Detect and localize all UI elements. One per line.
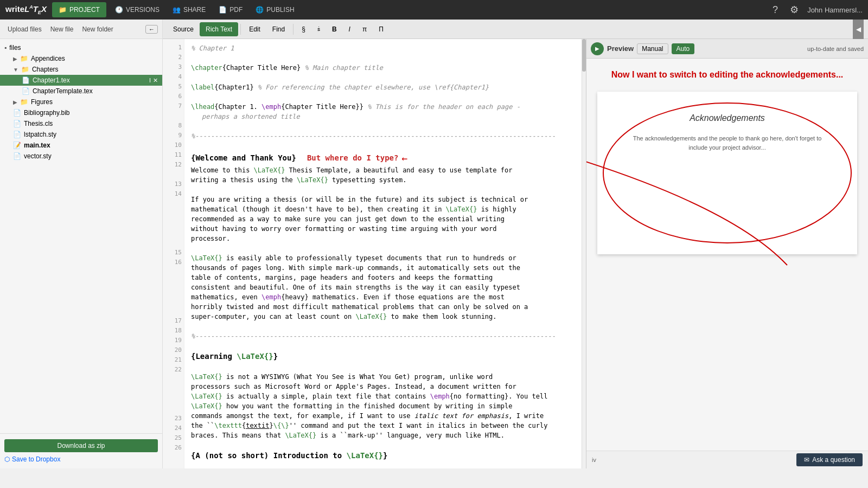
pdf-label: PDF xyxy=(229,6,242,14)
acknowledgements-text: The acknowledgements and the people to t… xyxy=(624,134,830,153)
source-tab[interactable]: Source xyxy=(167,22,200,36)
code-line: processors such as Microsoft Word or App… xyxy=(191,382,579,391)
appendices-label: Appendices xyxy=(31,55,65,62)
preview-auto-btn[interactable]: Auto xyxy=(672,43,695,54)
publish-btn[interactable]: 🌐 PUBLISH xyxy=(249,2,301,17)
code-editor[interactable]: 1 2 3 4 5 6 7 8 9 10 11 12 1 xyxy=(163,39,586,468)
edit-btn[interactable]: Edit xyxy=(243,22,266,36)
collapse-editor-btn[interactable]: ◀ xyxy=(853,20,864,39)
file-icon: 📄 xyxy=(13,109,21,117)
rename-file-btn[interactable]: I xyxy=(149,77,151,84)
tree-item-chaptertemplate[interactable]: 📄 ChapterTemplate.tex xyxy=(0,86,162,97)
file-icon: 📄 xyxy=(13,120,21,127)
code-line: processor. xyxy=(191,234,579,243)
folder-icon: ▪ xyxy=(4,44,7,52)
code-line: super-computer, you can at least count o… xyxy=(191,312,579,322)
code-line: horribly twisted and most difficult math… xyxy=(191,302,579,312)
bold-btn[interactable]: B xyxy=(326,22,343,36)
code-line xyxy=(191,141,579,151)
code-line xyxy=(191,440,579,450)
code-line: the ``\texttt{textit}\{\}'' command and … xyxy=(191,421,579,431)
code-line: %---------------------------------------… xyxy=(191,131,579,141)
editor-scrollbar[interactable] xyxy=(582,39,586,468)
versions-label: VERSIONS xyxy=(126,6,159,14)
logo: writeLATEX xyxy=(5,4,47,15)
help-btn[interactable]: ? xyxy=(769,3,781,17)
toolbar-right: ◀ xyxy=(853,20,864,39)
pdf-btn[interactable]: 📄 PDF xyxy=(212,2,249,17)
tree-item-chapters[interactable]: ▼ 📁 Chapters xyxy=(0,64,162,75)
settings-btn[interactable]: ⚙ xyxy=(787,3,802,17)
share-label: SHARE xyxy=(183,6,206,14)
tree-item-appendices[interactable]: ▶ 📁 Appendices xyxy=(0,53,162,64)
preview-play-btn[interactable]: ▶ xyxy=(591,42,604,55)
download-zip-btn[interactable]: Download as zip xyxy=(4,439,158,452)
code-line: writing a thesis using the \LaTeX{} type… xyxy=(191,175,579,185)
figures-label: Figures xyxy=(31,98,53,106)
folder-icon: 📁 xyxy=(20,98,28,106)
logo-write: write xyxy=(5,4,24,14)
share-btn[interactable]: 👥 SHARE xyxy=(166,2,212,17)
preview-manual-btn[interactable]: Manual xyxy=(637,43,668,54)
file-tree: ▪ files ▶ 📁 Appendices ▼ 📁 Chapters 📄 Ch… xyxy=(0,39,162,433)
find-btn[interactable]: Find xyxy=(266,22,291,36)
collapse-sidebar-btn[interactable]: ← xyxy=(145,25,158,34)
preview-toolbar: ▶ Preview Manual Auto up-to-date and sav… xyxy=(586,39,868,59)
thesis-label: Thesis.cls xyxy=(24,120,53,127)
code-line: \chapter{Chapter Title Here} % Main chap… xyxy=(191,63,579,73)
folder-icon: 📁 xyxy=(59,6,67,14)
code-line: \lhead{Chapter 1. \emph{Chapter Title He… xyxy=(191,102,579,112)
code-line xyxy=(191,461,579,468)
new-file-btn[interactable]: New file xyxy=(47,24,77,34)
code-line: \LaTeX{} is easily able to professionall… xyxy=(191,253,579,263)
scrollbar-thumb[interactable] xyxy=(582,39,586,72)
code-line xyxy=(191,53,579,63)
folder-icon: 📁 xyxy=(21,66,29,73)
dropbox-icon: ⬡ xyxy=(4,455,10,463)
editor-scroll: 1 2 3 4 5 6 7 8 9 10 11 12 1 xyxy=(163,39,586,468)
pi-btn[interactable]: π xyxy=(356,22,373,36)
tree-item-main[interactable]: 📝 main.tex xyxy=(0,140,162,151)
tree-item-chapter1[interactable]: 📄 Chapter1.tex I ✕ xyxy=(0,75,162,86)
code-line: braces. This means that \LaTeX{} is a ``… xyxy=(191,431,579,440)
code-line: mathematical (though it doesn't have to … xyxy=(191,204,579,214)
code-content[interactable]: % Chapter 1 \chapter{Chapter Title Here}… xyxy=(184,39,586,468)
file-icon: 📄 xyxy=(13,131,21,138)
tree-item-bibliography[interactable]: 📄 Bibliography.bib xyxy=(0,107,162,118)
pi2-btn[interactable]: Π xyxy=(373,22,390,36)
code-line: \LaTeX{} how you want the formatting in … xyxy=(191,401,579,411)
save-dropbox-btn[interactable]: ⬡ Save to Dropbox xyxy=(4,455,60,463)
publish-label: PUBLISH xyxy=(266,6,294,14)
ask-question-label: Ask a question xyxy=(812,456,855,464)
tree-item-files[interactable]: ▪ files xyxy=(0,42,162,53)
italic-btn[interactable]: I xyxy=(343,22,356,36)
preview-footer: iv ✉ Ask a question xyxy=(586,451,868,468)
section-btn[interactable]: § xyxy=(296,22,311,36)
tree-item-vector[interactable]: 📄 vector.sty xyxy=(0,151,162,162)
left-arrow-icon: ← xyxy=(401,151,407,165)
editor-toolbar: Source Rich Text Edit Find § ṡ B I π Π ◀ xyxy=(163,20,868,39)
preview-content: Now I want to switch to editing the ackn… xyxy=(586,59,868,451)
file-icon: 📝 xyxy=(13,142,21,149)
project-btn[interactable]: 📁 PROJECT xyxy=(52,2,106,17)
annotation-arrow-svg xyxy=(597,260,803,292)
tree-item-figures[interactable]: ▶ 📁 Figures xyxy=(0,97,162,107)
subsection-btn[interactable]: ṡ xyxy=(311,22,326,36)
code-line: Welcome to this \LaTeX{} Thesis Template… xyxy=(191,165,579,175)
acknowledgements-title: Acknowledgements xyxy=(624,113,830,123)
preview-pane: ▶ Preview Manual Auto up-to-date and sav… xyxy=(586,39,868,468)
file-actions: I ✕ xyxy=(149,77,158,84)
ask-question-btn[interactable]: ✉ Ask a question xyxy=(796,453,863,466)
upload-files-btn[interactable]: Upload files xyxy=(4,24,45,34)
toolbar-sep1 xyxy=(240,24,241,35)
sidebar-bottom: Download as zip ⬡ Save to Dropbox xyxy=(0,433,162,468)
versions-btn[interactable]: 🕐 VERSIONS xyxy=(108,2,166,17)
nav-right: ? ⚙ John Hammersl... xyxy=(769,3,863,17)
tree-item-lstpatch[interactable]: 📄 lstpatch.sty xyxy=(0,129,162,140)
code-line xyxy=(191,243,579,253)
line-numbers: 1 2 3 4 5 6 7 8 9 10 11 12 1 xyxy=(163,39,184,468)
rich-text-tab[interactable]: Rich Text xyxy=(200,22,238,36)
tree-item-thesis[interactable]: 📄 Thesis.cls xyxy=(0,118,162,129)
delete-file-btn[interactable]: ✕ xyxy=(153,77,158,84)
new-folder-btn[interactable]: New folder xyxy=(79,24,116,34)
